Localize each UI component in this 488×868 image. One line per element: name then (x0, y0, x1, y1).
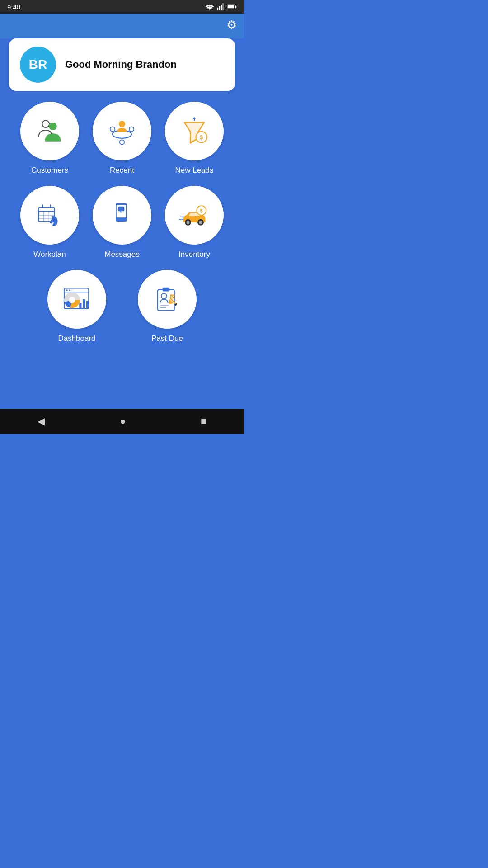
svg-rect-48 (79, 303, 81, 308)
app-header: ⚙ (0, 14, 244, 38)
messages-icon (106, 199, 138, 231)
user-avatar: BR (20, 47, 56, 83)
svg-point-10 (119, 121, 125, 127)
workplan-label: Workplan (33, 250, 66, 259)
wifi-icon (205, 3, 214, 10)
bottom-nav: ◀ ● ■ (0, 409, 244, 434)
svg-rect-3 (222, 3, 224, 10)
menu-item-recent[interactable]: Recent (90, 102, 154, 175)
svg-point-34 (187, 221, 190, 224)
svg-rect-30 (118, 207, 124, 212)
svg-rect-6 (228, 5, 234, 8)
workplan-icon (34, 199, 66, 231)
dashboard-icon-circle (47, 270, 106, 329)
svg-point-36 (199, 221, 202, 224)
menu-item-workplan[interactable]: Workplan (18, 186, 81, 259)
menu-item-dashboard[interactable]: Dashboard (45, 270, 108, 343)
past-due-icon-circle (138, 270, 197, 329)
menu-item-new-leads[interactable]: $ New Leads (163, 102, 226, 175)
svg-rect-1 (219, 6, 220, 10)
new-leads-icon: $ (178, 115, 210, 147)
past-due-label: Past Due (151, 334, 183, 343)
svg-rect-2 (221, 5, 222, 10)
settings-gear-icon[interactable]: ⚙ (226, 18, 237, 32)
svg-rect-5 (235, 6, 236, 8)
back-button[interactable]: ◀ (38, 415, 45, 427)
svg-point-13 (120, 140, 125, 145)
workplan-icon-circle (20, 186, 79, 245)
svg-rect-50 (86, 301, 89, 308)
menu-row-3: Dashboard (7, 270, 237, 343)
menu-row-2: Workplan Messages (7, 186, 237, 259)
svg-text:$: $ (200, 134, 203, 141)
svg-marker-19 (193, 117, 196, 119)
greeting-card: BR Good Morning Brandon (9, 38, 235, 91)
svg-point-11 (110, 127, 115, 132)
svg-point-44 (69, 289, 71, 291)
recents-button[interactable]: ■ (201, 415, 206, 427)
svg-point-53 (161, 293, 167, 299)
recent-label: Recent (110, 166, 134, 175)
battery-icon (227, 4, 237, 10)
svg-rect-49 (83, 299, 85, 308)
status-icons (205, 3, 237, 10)
customers-icon (34, 115, 66, 147)
new-leads-icon-circle: $ (165, 102, 224, 160)
inventory-label: Inventory (178, 250, 210, 259)
menu-item-customers[interactable]: Customers (18, 102, 81, 175)
recent-icon-circle (93, 102, 151, 160)
recent-icon (106, 115, 138, 147)
svg-rect-52 (163, 288, 170, 292)
dashboard-label: Dashboard (58, 334, 95, 343)
svg-point-7 (42, 120, 49, 127)
svg-point-43 (66, 289, 68, 291)
past-due-icon (151, 283, 183, 315)
signal-icon (217, 3, 224, 10)
messages-label: Messages (104, 250, 139, 259)
home-button[interactable]: ● (120, 415, 126, 427)
greeting-message: Good Morning Brandon (65, 59, 177, 71)
svg-rect-0 (217, 8, 218, 10)
menu-item-past-due[interactable]: Past Due (136, 270, 199, 343)
customers-label: Customers (31, 166, 68, 175)
dashboard-icon (61, 283, 93, 315)
svg-point-12 (129, 127, 134, 132)
svg-text:$: $ (200, 208, 203, 213)
customers-icon-circle (20, 102, 79, 160)
menu-item-messages[interactable]: Messages (90, 186, 154, 259)
inventory-icon-circle: $ (165, 186, 224, 245)
messages-icon-circle (93, 186, 151, 245)
new-leads-label: New Leads (175, 166, 213, 175)
menu-grid: Customers Rece (0, 102, 244, 343)
svg-point-8 (49, 123, 57, 131)
menu-row-1: Customers Rece (7, 102, 237, 175)
inventory-icon: $ (178, 199, 210, 231)
svg-point-32 (120, 222, 122, 224)
status-time: 9:40 (7, 3, 20, 11)
status-bar: 9:40 (0, 0, 244, 14)
menu-item-inventory[interactable]: $ Inventory (163, 186, 226, 259)
